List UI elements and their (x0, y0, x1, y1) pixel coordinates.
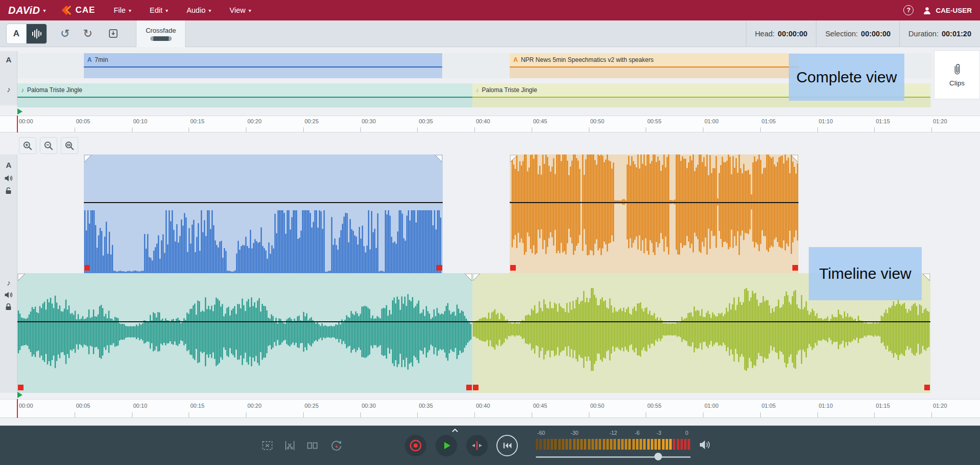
speaker-icon[interactable] (4, 174, 13, 182)
ruler-tick-mark (474, 127, 475, 132)
fade-out-handle[interactable] (791, 155, 798, 162)
trim-handle-right[interactable] (924, 385, 930, 390)
ruler-tick-mark (817, 412, 818, 417)
menu-edit[interactable]: Edit▾ (150, 6, 168, 14)
trim-handle-right[interactable] (437, 265, 442, 271)
trim-handle-left[interactable] (18, 385, 24, 390)
undo-button[interactable]: ↺ (60, 28, 70, 39)
ruler-tick-mark (931, 412, 932, 417)
meter-segment (640, 439, 642, 450)
locate-mark-button[interactable] (466, 435, 488, 456)
user-icon[interactable] (923, 6, 931, 15)
audio-clip[interactable] (510, 154, 799, 273)
zoom-in-button[interactable] (19, 137, 36, 154)
clip-accent-line (510, 67, 799, 68)
meter-scale-label: 0 (686, 430, 689, 436)
ruler-tick-label: 00:10 (133, 118, 148, 124)
meter-scale-label: -3 (656, 430, 661, 436)
cut-selection-button[interactable] (261, 439, 274, 452)
volume-slider[interactable] (536, 456, 691, 458)
ruler-tick-mark (646, 412, 646, 417)
overview-clip[interactable]: ♪Paloma Triste Jingle (17, 83, 472, 107)
text-mode-label: A (13, 29, 19, 39)
save-button[interactable] (108, 28, 119, 39)
ruler-tick-label: 00:40 (476, 403, 490, 409)
menu-file[interactable]: File▾ (113, 6, 131, 14)
trim-handle-left[interactable] (473, 385, 478, 390)
clips-panel-label: Clips (949, 79, 965, 87)
overview-clip[interactable]: A7min (84, 53, 443, 78)
skip-to-start-button[interactable] (496, 435, 518, 456)
volume-envelope-line[interactable] (510, 202, 799, 203)
redo-button[interactable]: ↻ (83, 28, 92, 39)
ruler-tick-mark (417, 127, 418, 132)
ruler-tick-label: 00:40 (476, 118, 490, 124)
menu-view[interactable]: View▾ (230, 6, 251, 14)
waveform-icon (31, 28, 42, 39)
trim-handle-right[interactable] (466, 385, 472, 390)
text-mode-button[interactable]: A (6, 24, 27, 44)
split-clip-button[interactable] (306, 439, 319, 452)
volume-envelope-line[interactable] (472, 321, 930, 322)
annotation-timeline-view-text: Timeline view (819, 265, 911, 282)
ruler-tick-mark (646, 127, 646, 132)
ruler-tick-label: 00:35 (419, 118, 433, 124)
meter-scale-label: -12 (609, 430, 617, 436)
clips-panel[interactable]: Clips (934, 50, 980, 99)
fade-out-handle[interactable] (465, 274, 472, 281)
cut-selection-icon (261, 439, 274, 452)
overview-ruler[interactable]: 00:0000:0500:1000:1500:2000:2500:3000:35… (0, 116, 980, 132)
audio-clip[interactable] (17, 273, 472, 393)
ruler-tick-mark (532, 412, 532, 417)
lock-open-icon[interactable] (5, 187, 12, 194)
volume-envelope-line[interactable] (17, 321, 472, 322)
trim-handle-left[interactable] (510, 265, 516, 271)
menu-label: Edit (150, 6, 163, 14)
revert-to-mark-button[interactable] (330, 439, 343, 452)
playhead-marker[interactable] (17, 108, 22, 115)
volume-slider-thumb[interactable] (654, 453, 662, 460)
meter-scale-label: -30 (571, 430, 578, 436)
waveform-mode-button[interactable] (27, 24, 47, 44)
menu-audio[interactable]: Audio▾ (187, 6, 211, 14)
menubar: DAViD ▾ CAE File▾Edit▾Audio▾View▾ ? CAE-… (0, 0, 980, 20)
music-note-icon: ♪ (476, 86, 479, 94)
lock-icon[interactable] (5, 303, 12, 311)
crossfade-button[interactable]: Crossfade (136, 20, 186, 47)
readout-value: 00:00:00 (861, 30, 891, 38)
clip-waveform (17, 273, 472, 393)
trim-handle-right[interactable] (792, 265, 798, 271)
fade-in-handle[interactable] (18, 274, 25, 281)
fade-in-handle[interactable] (84, 155, 92, 162)
david-logo-text: DAViD (8, 5, 40, 16)
clip-title-row: ANPR News 5min Speechmatics v2 with spea… (510, 53, 799, 67)
record-button[interactable] (405, 435, 426, 456)
timeline-ruler[interactable]: 00:0000:0500:1000:1500:2000:2500:3000:35… (0, 399, 980, 418)
trim-handle-left[interactable] (84, 265, 90, 271)
ruler-tick-label: 00:10 (133, 403, 148, 409)
meter-segment (573, 439, 576, 450)
playhead-marker[interactable] (17, 392, 22, 398)
audio-clip[interactable] (84, 154, 443, 273)
time-readouts: Head:00:00:00Selection:00:00:00Duration:… (746, 20, 980, 47)
meter-segment (632, 439, 635, 450)
zoom-out-button[interactable] (40, 137, 57, 154)
expand-caret-icon[interactable] (452, 429, 458, 432)
volume-envelope-line[interactable] (84, 202, 443, 203)
help-icon[interactable]: ? (903, 5, 914, 15)
cut-at-marks-button[interactable] (283, 439, 297, 452)
play-button[interactable] (436, 435, 457, 456)
zoom-fit-button[interactable] (61, 137, 78, 154)
fade-out-handle[interactable] (923, 274, 930, 281)
speaker-icon[interactable] (4, 291, 13, 299)
ruler-tick-label: 01:05 (762, 403, 776, 409)
output-speaker-icon[interactable] (699, 439, 711, 450)
overview-clip[interactable]: ANPR News 5min Speechmatics v2 with spea… (510, 53, 799, 78)
meter-segment (603, 439, 605, 450)
ruler-tick-mark (703, 127, 703, 132)
fade-in-handle[interactable] (510, 155, 517, 162)
david-logo[interactable]: DAViD ▾ (8, 5, 46, 16)
fade-out-handle[interactable] (435, 155, 442, 162)
meter-segment (588, 439, 590, 450)
fade-in-handle[interactable] (473, 274, 480, 281)
